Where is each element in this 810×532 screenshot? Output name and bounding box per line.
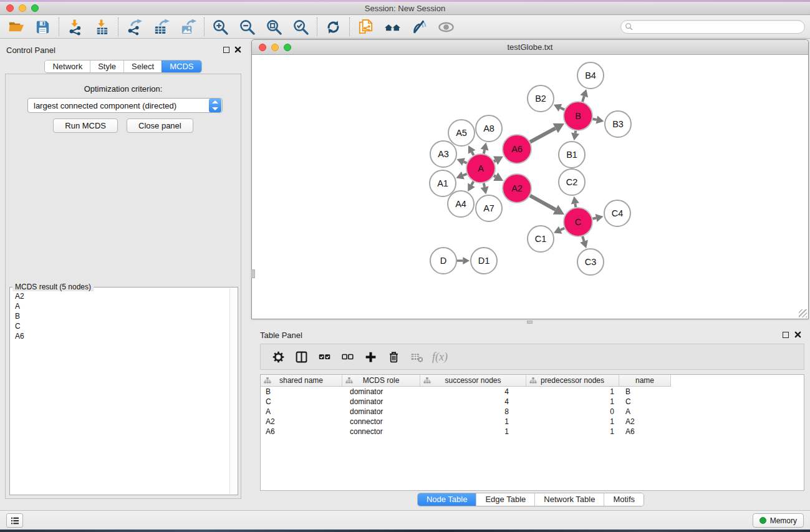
close-window-button[interactable] xyxy=(6,4,14,12)
network-node-A[interactable]: A xyxy=(466,154,495,183)
network-node-C4[interactable]: C4 xyxy=(604,200,630,226)
network-edge-C-C1[interactable] xyxy=(554,226,564,234)
network-edge-D-D1[interactable] xyxy=(457,257,470,264)
table-row[interactable]: A2connector11A2 xyxy=(261,417,804,427)
mcds-result-item[interactable]: A6 xyxy=(15,331,229,341)
table-row[interactable]: Cdominator41C xyxy=(261,397,804,407)
function-builder-button[interactable]: f(x) xyxy=(428,351,448,364)
memory-button[interactable]: Memory xyxy=(753,513,804,528)
network-edge-B-B3[interactable] xyxy=(593,116,604,124)
column-header-shared-name[interactable]: shared name xyxy=(261,375,342,387)
mcds-result-list[interactable]: A2ABCA6 xyxy=(10,291,229,495)
zoom-out-button[interactable] xyxy=(234,17,261,37)
show-columns-button[interactable] xyxy=(290,346,313,367)
open-session-button[interactable] xyxy=(2,17,29,37)
birdseye-view-button[interactable] xyxy=(433,17,460,37)
network-node-A4[interactable]: A4 xyxy=(448,191,474,217)
new-network-from-selection-button[interactable] xyxy=(352,17,379,37)
minimize-window-button[interactable] xyxy=(19,4,26,12)
close-table-panel-icon[interactable] xyxy=(794,329,801,341)
graphics-details-button[interactable] xyxy=(406,17,433,37)
deselect-all-button[interactable] xyxy=(336,346,359,367)
column-header-predecessor-nodes[interactable]: predecessor nodes xyxy=(526,375,619,387)
network-edge-B-B1[interactable] xyxy=(571,131,579,141)
network-edge-A6-B[interactable] xyxy=(530,123,564,142)
network-edge-C-C3[interactable] xyxy=(580,236,588,248)
zoom-selected-button[interactable] xyxy=(287,17,314,37)
network-edge-C-C4[interactable] xyxy=(592,214,603,222)
mcds-result-item[interactable]: A xyxy=(15,301,229,311)
table-row[interactable]: Adominator80A xyxy=(261,407,804,417)
network-node-B4[interactable]: B4 xyxy=(577,62,604,89)
float-table-panel-icon[interactable] xyxy=(783,332,789,338)
export-network-button[interactable] xyxy=(121,17,148,37)
show-log-button[interactable] xyxy=(6,513,23,528)
tab-network[interactable]: Network xyxy=(45,60,90,72)
network-node-B3[interactable]: B3 xyxy=(605,111,631,137)
network-node-A1[interactable]: A1 xyxy=(430,170,456,196)
zoom-in-button[interactable] xyxy=(207,17,234,37)
first-neighbors-button[interactable] xyxy=(379,17,406,37)
resize-grip[interactable] xyxy=(799,309,807,317)
network-node-A5[interactable]: A5 xyxy=(448,120,475,146)
zoom-fit-button[interactable] xyxy=(261,17,287,37)
search-input[interactable] xyxy=(636,21,801,32)
network-node-B2[interactable]: B2 xyxy=(528,85,554,112)
mcds-result-item[interactable]: B xyxy=(15,311,229,321)
network-node-A6[interactable]: A6 xyxy=(503,135,531,163)
tab-style[interactable]: Style xyxy=(90,60,123,72)
network-edge-A-A2[interactable] xyxy=(493,172,503,181)
close-control-panel-icon[interactable] xyxy=(234,44,241,56)
fullscreen-window-button[interactable] xyxy=(31,4,39,12)
tab-mcds[interactable]: MCDS xyxy=(162,60,201,72)
float-control-panel-icon[interactable] xyxy=(223,47,229,53)
import-table-button[interactable] xyxy=(89,17,115,37)
network-zoom-button[interactable] xyxy=(284,44,291,51)
tab-node-table[interactable]: Node Table xyxy=(418,493,476,506)
table-row[interactable]: Bdominator41B xyxy=(261,387,804,397)
network-edge-B-B2[interactable] xyxy=(554,104,564,112)
delete-row-button[interactable] xyxy=(382,346,405,367)
save-session-button[interactable] xyxy=(29,17,56,37)
add-row-button[interactable] xyxy=(359,346,382,367)
network-node-C3[interactable]: C3 xyxy=(577,249,604,275)
refresh-button[interactable] xyxy=(320,17,347,37)
network-minimize-button[interactable] xyxy=(271,44,279,51)
mcds-result-item[interactable]: C xyxy=(15,321,229,331)
network-node-A8[interactable]: A8 xyxy=(476,115,502,142)
network-edge-A-A5[interactable] xyxy=(468,145,476,155)
close-panel-button[interactable]: Close panel xyxy=(127,118,193,133)
export-image-button[interactable] xyxy=(175,17,201,37)
network-edge-A-A4[interactable] xyxy=(468,181,475,191)
network-node-A3[interactable]: A3 xyxy=(430,141,456,167)
network-edge-C-C2[interactable] xyxy=(571,196,579,208)
network-canvas[interactable]: AA1A2A3A4A5A6A7A8BB1B2B3B4CC1C2C3C4DD1 xyxy=(252,55,808,319)
vertical-scroll-thumb[interactable] xyxy=(251,269,255,278)
import-network-button[interactable] xyxy=(62,17,89,37)
run-mcds-button[interactable]: Run MCDS xyxy=(53,118,118,133)
table-row[interactable]: A6connector11A6 xyxy=(261,427,804,437)
network-edge-A-A1[interactable] xyxy=(456,172,466,179)
network-node-C[interactable]: C xyxy=(564,208,592,236)
tab-network-table[interactable]: Network Table xyxy=(534,493,604,506)
tab-edge-table[interactable]: Edge Table xyxy=(476,493,534,506)
network-node-D[interactable]: D xyxy=(430,248,456,274)
network-edge-B-B4[interactable] xyxy=(580,89,588,102)
column-header-name[interactable]: name xyxy=(619,375,671,387)
network-close-button[interactable] xyxy=(259,44,266,51)
column-header-MCDS-role[interactable]: MCDS role xyxy=(342,375,420,387)
network-edge-A2-C[interactable] xyxy=(530,196,564,215)
table-settings-button[interactable] xyxy=(267,346,290,367)
network-node-C1[interactable]: C1 xyxy=(528,226,554,252)
network-edge-A-A7[interactable] xyxy=(481,183,489,195)
mcds-result-item[interactable]: A2 xyxy=(15,291,229,301)
network-node-A7[interactable]: A7 xyxy=(476,195,502,221)
criterion-dropdown[interactable]: largest connected component (directed) xyxy=(27,98,223,113)
network-node-B1[interactable]: B1 xyxy=(559,142,585,168)
network-node-A2[interactable]: A2 xyxy=(503,174,531,203)
network-node-C2[interactable]: C2 xyxy=(559,169,585,195)
result-scrollbar[interactable] xyxy=(229,288,238,494)
export-table-button[interactable] xyxy=(148,17,175,37)
network-node-D1[interactable]: D1 xyxy=(471,248,497,274)
network-edge-A-A3[interactable] xyxy=(456,158,466,165)
